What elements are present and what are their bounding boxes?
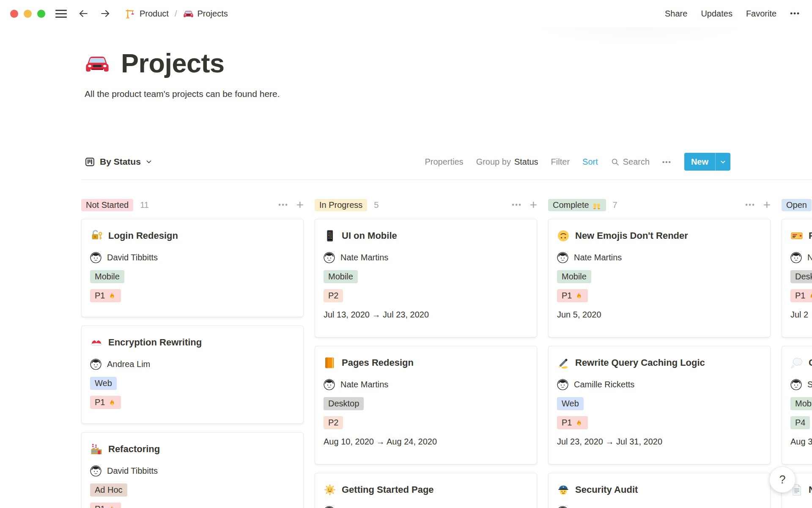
page-header: Projects All the product team's projects…	[85, 47, 280, 99]
person-name: David Tibbitts	[340, 507, 391, 508]
new-dropdown-button[interactable]	[716, 153, 730, 171]
column-cards: PNDesktopP1Jul 2CSMobileP4Aug 3N	[782, 219, 812, 508]
chevron-down-icon	[145, 158, 152, 165]
column-status-badge[interactable]: In Progress	[315, 199, 367, 211]
flame-icon	[575, 292, 583, 300]
project-card[interactable]: Getting Started PageDavid Tibbitts	[315, 473, 537, 508]
toolbar-divider	[81, 179, 812, 180]
column-cards: Login RedesignDavid TibbittsMobileP1Encr…	[81, 219, 304, 508]
card-date-range: Jul 13, 2020 → Jul 23, 2020	[324, 310, 528, 320]
card-person: David Tibbitts	[90, 465, 295, 477]
column-add-icon[interactable]: +	[296, 199, 304, 211]
tag-p1: P1	[90, 502, 121, 508]
project-card[interactable]: Security AuditCamille Ricketts	[548, 473, 771, 508]
card-title-row: Encryption Rewriting	[90, 335, 295, 350]
flame-icon	[808, 292, 812, 300]
updates-button[interactable]: Updates	[701, 9, 732, 19]
column-add-icon[interactable]: +	[529, 199, 537, 211]
police-officer-icon	[557, 483, 570, 496]
person-name: Nate Martins	[574, 253, 622, 262]
breadcrumb-item-product[interactable]: Product	[125, 8, 169, 19]
column-status-badge[interactable]: Complete	[548, 199, 606, 211]
sort-button[interactable]: Sort	[582, 157, 598, 167]
card-title-row: Getting Started Page	[324, 483, 528, 497]
breadcrumb-label: Product	[140, 9, 169, 19]
project-card[interactable]: UI on MobileNate MartinsMobileP2Jul 13, …	[315, 219, 537, 337]
card-date-range: Jul 23, 2020 → Jul 31, 2020	[557, 437, 762, 447]
page-description[interactable]: All the product team's projects can be f…	[85, 89, 280, 99]
project-card[interactable]: Pages RedesignNate MartinsDesktopP2Aug 1…	[315, 346, 537, 464]
tag-p2: P2	[324, 289, 343, 302]
project-card[interactable]: Login RedesignDavid TibbittsMobileP1	[81, 219, 304, 317]
card-title: Security Audit	[575, 484, 638, 495]
tag-p1: P1	[557, 289, 588, 302]
card-title: C	[809, 357, 812, 368]
tag-label: P1	[95, 504, 105, 508]
tag-label: Desktop	[795, 272, 812, 282]
share-button[interactable]: Share	[665, 9, 687, 19]
project-card[interactable]: CSMobileP4Aug 3	[782, 346, 812, 464]
flame-icon	[108, 505, 116, 508]
favorite-button[interactable]: Favorite	[746, 9, 776, 19]
tag-label: P1	[795, 291, 805, 301]
column-more-icon[interactable]: •••	[512, 201, 522, 209]
chevron-down-icon	[720, 159, 726, 165]
crane-icon	[125, 8, 136, 19]
zoom-window-button[interactable]	[37, 10, 45, 18]
card-tag-row: Mobile	[90, 270, 295, 283]
card-tag-row: Web	[90, 377, 295, 390]
sidebar-menu-icon[interactable]	[55, 10, 67, 18]
column-status-badge[interactable]: Not Started	[81, 199, 133, 211]
card-tag-row: P1	[557, 289, 762, 302]
tag-label: Mobile	[95, 272, 120, 282]
properties-button[interactable]: Properties	[425, 157, 463, 167]
column-status-badge[interactable]: Open	[782, 199, 812, 211]
project-card[interactable]: Encryption RewritingAndrea LimWebP1	[81, 326, 304, 424]
column-add-icon[interactable]: +	[763, 199, 771, 211]
search-button[interactable]: Search	[611, 157, 650, 167]
toolbar-more-icon[interactable]: •••	[662, 158, 672, 166]
search-icon	[611, 157, 620, 166]
column-more-icon[interactable]: •••	[278, 201, 288, 209]
column-more-icon[interactable]: •••	[745, 201, 755, 209]
page-title[interactable]: Projects	[121, 47, 225, 80]
tag-label: Web	[95, 378, 112, 388]
new-button[interactable]: New	[684, 153, 730, 171]
project-card[interactable]: RefactoringDavid TibbittsAd HocP1	[81, 432, 304, 508]
view-switcher[interactable]: By Status	[85, 152, 152, 172]
project-card[interactable]: Rewrite Query Caching LogicCamille Ricke…	[548, 346, 771, 464]
column-cards: New Emojis Don't RenderNate MartinsMobil…	[548, 219, 771, 508]
card-tag-row: P2	[324, 416, 528, 429]
card-tag-row: Mobile	[790, 397, 812, 410]
tag-p1: P1	[790, 289, 812, 302]
card-title-row: New Emojis Don't Render	[557, 229, 762, 243]
forward-button[interactable]	[100, 8, 111, 19]
board-view-icon	[85, 157, 95, 167]
column-status-label: Complete	[553, 200, 589, 210]
close-window-button[interactable]	[10, 10, 18, 18]
project-card[interactable]: PNDesktopP1Jul 2	[782, 219, 812, 337]
card-title: New Emojis Don't Render	[575, 230, 688, 241]
card-date-range: Aug 3	[790, 437, 812, 447]
tag-p1: P1	[557, 416, 588, 429]
group-by-button[interactable]: Group by Status	[476, 157, 538, 167]
flame-icon	[108, 292, 116, 300]
filter-button[interactable]: Filter	[551, 157, 570, 167]
phone-icon	[324, 229, 336, 242]
tag-mobile: Mobile	[557, 270, 591, 283]
card-title: Getting Started Page	[342, 484, 434, 495]
breadcrumb-item-projects[interactable]: Projects	[183, 8, 228, 19]
project-card[interactable]: New Emojis Don't RenderNate MartinsMobil…	[548, 219, 771, 337]
card-tag-row: P1	[90, 502, 295, 508]
help-button[interactable]: ?	[769, 467, 796, 493]
card-title: N	[809, 484, 812, 495]
tag-label: P1	[95, 398, 105, 407]
minimize-window-button[interactable]	[24, 10, 32, 18]
back-button[interactable]	[78, 8, 89, 19]
column-header: Complete7•••+	[548, 197, 771, 213]
car-icon	[85, 51, 110, 76]
traffic-lights	[10, 10, 45, 18]
avatar	[324, 506, 335, 508]
avatar	[90, 359, 102, 370]
more-options-icon[interactable]: •••	[790, 9, 800, 18]
